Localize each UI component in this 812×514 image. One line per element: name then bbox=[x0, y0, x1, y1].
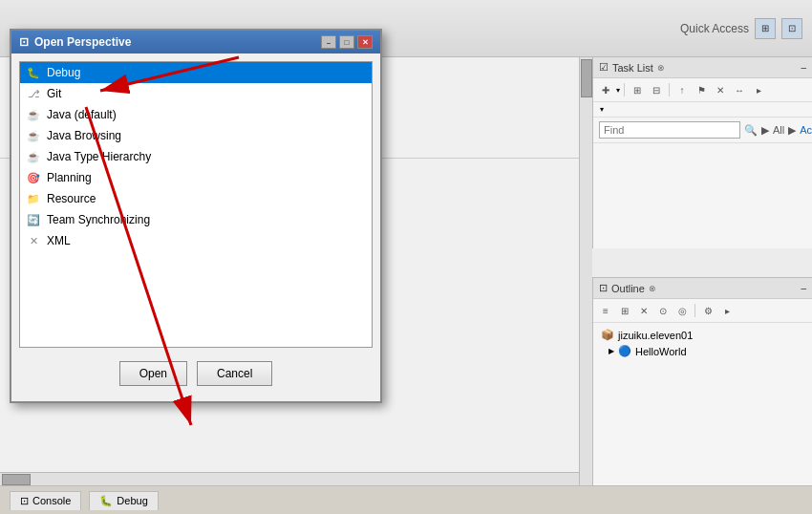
dialog-titlebar: ⊡ Open Perspective – □ ✕ bbox=[11, 31, 380, 54]
h-scrollbar-thumb[interactable] bbox=[2, 474, 31, 485]
outline-toolbar: ≡ ⊞ ✕ ⊙ ◎ ⚙ ▸ bbox=[593, 299, 812, 323]
perspective-list[interactable]: 🐛Debug⎇Git☕Java (default)☕Java Browsing☕… bbox=[19, 61, 373, 348]
perspective-item-team_synchronizing[interactable]: 🔄Team Synchronizing bbox=[20, 209, 372, 230]
task-list-controls: – bbox=[801, 62, 806, 73]
perspective-item-xml[interactable]: ✕XML bbox=[20, 230, 372, 251]
task-btn-2[interactable]: ⊟ bbox=[648, 81, 665, 98]
outline-btn-4[interactable]: ⊙ bbox=[654, 302, 672, 319]
perspective-label-resource: Resource bbox=[47, 192, 96, 205]
task-list-minimize-icon[interactable]: – bbox=[801, 62, 806, 73]
quick-access-area: Quick Access ⊞ ⊡ bbox=[680, 18, 802, 39]
outline-btn-6[interactable]: ⚙ bbox=[699, 302, 716, 319]
outline-item-icon-jizuiku: 📦 bbox=[601, 329, 614, 341]
outline-btn-1[interactable]: ≡ bbox=[597, 302, 614, 319]
task-list-panel: ☑ Task List ⊗ – ✚ ▾ ⊞ ⊟ ↑ ⚑ ✕ ↔ ▸ ▾ 🔍 ▶ … bbox=[592, 57, 812, 248]
dialog-content: 🐛Debug⎇Git☕Java (default)☕Java Browsing☕… bbox=[11, 54, 380, 401]
task-filter-all[interactable]: All bbox=[773, 124, 784, 136]
perspective-item-resource[interactable]: 📁Resource bbox=[20, 188, 372, 209]
perspective-icon-java_browsing: ☕ bbox=[26, 128, 41, 143]
dialog-titlebar-controls: – □ ✕ bbox=[321, 35, 373, 49]
dialog-close-btn[interactable]: ✕ bbox=[357, 35, 373, 49]
outline-items: 📦 jizuiku.eleven01 ▶ 🔵 HelloWorld bbox=[593, 323, 812, 363]
task-search-icon[interactable]: 🔍 bbox=[744, 124, 758, 137]
task-list-label: Task List bbox=[612, 62, 653, 74]
cancel-button[interactable]: Cancel bbox=[197, 361, 272, 386]
task-list-title: ☑ Task List ⊗ bbox=[599, 61, 665, 74]
status-tab-console[interactable]: ⊡ Console bbox=[10, 491, 81, 510]
perspective-item-planning[interactable]: 🎯Planning bbox=[20, 167, 372, 188]
task-btn-4[interactable]: ⚑ bbox=[693, 81, 710, 98]
task-filter-sep: ▶ bbox=[788, 124, 796, 137]
outline-btn-7[interactable]: ▸ bbox=[718, 302, 736, 319]
perspective-icon-planning: 🎯 bbox=[26, 170, 41, 185]
outline-item-label-jizuiku: jizuiku.eleven01 bbox=[618, 330, 693, 341]
task-list-header: ☑ Task List ⊗ – bbox=[593, 57, 812, 78]
task-btn-1[interactable]: ⊞ bbox=[629, 81, 646, 98]
status-bar: ⊡ Console 🐛 Debug bbox=[0, 485, 812, 514]
outline-close-badge: ⊗ bbox=[649, 284, 656, 293]
center-scrollbar[interactable] bbox=[579, 57, 592, 485]
outline-item-icon-helloworld: 🔵 bbox=[618, 345, 631, 357]
scrollbar-thumb[interactable] bbox=[581, 59, 592, 97]
perspective-icon-xml: ✕ bbox=[26, 233, 41, 248]
debug-status-label: Debug bbox=[117, 495, 147, 506]
perspective-label-xml: XML bbox=[47, 234, 71, 247]
task-btn-7[interactable]: ▸ bbox=[750, 81, 767, 98]
perspective-icon-java_type_hierarchy: ☕ bbox=[26, 149, 41, 164]
h-scrollbar[interactable] bbox=[0, 472, 579, 485]
outline-item-label-helloworld: HelloWorld bbox=[635, 346, 687, 357]
console-icon: ⊡ bbox=[20, 495, 29, 507]
outline-icon: ⊡ bbox=[599, 282, 608, 294]
perspective-label-team_synchronizing: Team Synchronizing bbox=[47, 213, 150, 226]
perspective-label-debug: Debug bbox=[47, 66, 80, 79]
task-btn-6[interactable]: ↔ bbox=[731, 81, 748, 98]
perspective-button[interactable]: ⊡ bbox=[781, 18, 802, 39]
perspective-icon-resource: 📁 bbox=[26, 191, 41, 206]
dialog-minimize-btn[interactable]: – bbox=[321, 35, 336, 49]
perspective-label-git: Git bbox=[47, 87, 61, 100]
toolbar-chevron[interactable]: ▾ bbox=[616, 86, 620, 95]
task-chevron-row: ▾ bbox=[593, 102, 812, 118]
perspective-item-java_default[interactable]: ☕Java (default) bbox=[20, 104, 372, 125]
dialog-title-label: Open Perspective bbox=[34, 35, 131, 49]
perspective-item-java_browsing[interactable]: ☕Java Browsing bbox=[20, 125, 372, 146]
task-chevron-down[interactable]: ▾ bbox=[600, 105, 604, 114]
perspective-label-java_type_hierarchy: Java Type Hierarchy bbox=[47, 150, 151, 163]
outline-btn-5[interactable]: ◎ bbox=[673, 302, 691, 319]
task-list-close-badge: ⊗ bbox=[657, 63, 665, 73]
dialog-title-area: ⊡ Open Perspective bbox=[19, 35, 131, 49]
outline-title: ⊡ Outline ⊗ bbox=[599, 282, 656, 294]
perspective-icon-team_synchronizing: 🔄 bbox=[26, 212, 41, 227]
perspective-icon-debug: 🐛 bbox=[26, 65, 41, 80]
open-button[interactable]: Open bbox=[119, 361, 187, 386]
task-add-btn[interactable]: ✚ bbox=[597, 81, 614, 98]
dialog-maximize-btn[interactable]: □ bbox=[339, 35, 354, 49]
perspective-item-git[interactable]: ⎇Git bbox=[20, 83, 372, 104]
outline-label: Outline bbox=[611, 283, 645, 294]
outline-sep bbox=[694, 304, 695, 317]
open-perspective-dialog[interactable]: ⊡ Open Perspective – □ ✕ 🐛Debug⎇Git☕Java… bbox=[10, 29, 382, 403]
quick-access-icon[interactable]: ⊞ bbox=[755, 18, 776, 39]
console-label: Console bbox=[32, 495, 71, 506]
perspective-icon-java_default: ☕ bbox=[26, 107, 41, 122]
perspective-item-debug[interactable]: 🐛Debug bbox=[20, 62, 372, 83]
outline-item-helloworld[interactable]: ▶ 🔵 HelloWorld bbox=[593, 343, 812, 359]
debug-status-icon: 🐛 bbox=[99, 495, 113, 507]
perspective-icon-git: ⎇ bbox=[26, 86, 41, 101]
task-filter-activate[interactable]: Activate... bbox=[800, 124, 812, 136]
outline-minimize-icon[interactable]: – bbox=[801, 283, 806, 293]
task-btn-3[interactable]: ↑ bbox=[673, 81, 691, 98]
toolbar-sep-2 bbox=[669, 83, 670, 96]
outline-expand-icon[interactable]: ▶ bbox=[609, 347, 614, 355]
task-btn-5[interactable]: ✕ bbox=[712, 81, 729, 98]
status-tab-debug[interactable]: 🐛 Debug bbox=[89, 491, 158, 510]
perspective-item-java_type_hierarchy[interactable]: ☕Java Type Hierarchy bbox=[20, 146, 372, 167]
outline-btn-2[interactable]: ⊞ bbox=[616, 302, 633, 319]
perspective-label-planning: Planning bbox=[47, 171, 92, 184]
outline-item-jizuiku[interactable]: 📦 jizuiku.eleven01 bbox=[593, 327, 812, 343]
task-find-input[interactable] bbox=[599, 121, 740, 139]
task-list-icon: ☑ bbox=[599, 61, 609, 74]
triangle-icon: ▶ bbox=[761, 124, 769, 137]
outline-btn-3[interactable]: ✕ bbox=[635, 302, 652, 319]
outline-header: ⊡ Outline ⊗ – bbox=[593, 278, 812, 299]
